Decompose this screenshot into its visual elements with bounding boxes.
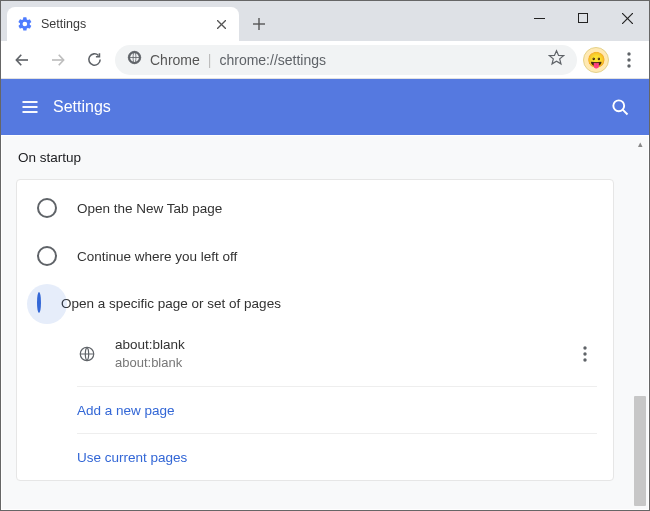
- svg-point-24: [583, 358, 586, 361]
- radio-label: Continue where you left off: [77, 249, 237, 264]
- svg-line-20: [623, 110, 628, 115]
- bookmark-star-icon[interactable]: [548, 49, 565, 70]
- settings-page: On startup Open the New Tab page Continu…: [2, 136, 648, 509]
- svg-marker-12: [549, 51, 563, 64]
- omnibox-text: Chrome | chrome://settings: [150, 52, 326, 68]
- window-controls: [517, 1, 649, 35]
- radio-icon: [37, 198, 57, 218]
- startup-card: Open the New Tab page Continue where you…: [16, 179, 614, 481]
- svg-point-13: [627, 52, 630, 55]
- omnibox-divider: |: [208, 52, 212, 68]
- window-maximize-button[interactable]: [561, 1, 605, 35]
- svg-point-22: [583, 346, 586, 349]
- radio-label: Open a specific page or set of pages: [61, 296, 281, 311]
- svg-point-19: [613, 100, 624, 111]
- settings-search-button[interactable]: [605, 92, 635, 122]
- tab-favicon-settings-icon: [17, 16, 33, 32]
- settings-content: On startup Open the New Tab page Continu…: [2, 136, 632, 509]
- settings-header: Settings: [1, 79, 649, 135]
- browser-menu-button[interactable]: [615, 46, 643, 74]
- scrollbar-thumb[interactable]: [634, 396, 646, 506]
- window-close-button[interactable]: [605, 1, 649, 35]
- svg-point-23: [583, 352, 586, 355]
- site-info-icon[interactable]: [127, 50, 142, 69]
- header-title: Settings: [53, 98, 111, 116]
- startup-page-menu-button[interactable]: [573, 342, 597, 366]
- section-title-on-startup: On startup: [18, 150, 632, 165]
- browser-tab[interactable]: Settings: [7, 7, 239, 41]
- use-current-pages-row[interactable]: Use current pages: [77, 433, 597, 480]
- startup-option-new-tab[interactable]: Open the New Tab page: [17, 184, 613, 232]
- new-tab-button[interactable]: [245, 10, 273, 38]
- startup-page-url: about:blank: [115, 354, 185, 372]
- startup-pages-list: about:blank about:blank Add a new page U…: [77, 326, 597, 480]
- forward-button[interactable]: [43, 45, 73, 75]
- radio-selection-halo: [27, 284, 67, 324]
- startup-page-entry: about:blank about:blank: [77, 326, 597, 382]
- add-new-page-row[interactable]: Add a new page: [77, 386, 597, 433]
- globe-icon: [77, 344, 97, 364]
- scrollbar-arrow-up-icon[interactable]: ▴: [632, 136, 648, 152]
- radio-label: Open the New Tab page: [77, 201, 222, 216]
- startup-page-title: about:blank: [115, 336, 185, 354]
- startup-option-continue[interactable]: Continue where you left off: [17, 232, 613, 280]
- profile-avatar-button[interactable]: 😛: [583, 47, 609, 73]
- omnibox-scheme: Chrome: [150, 52, 200, 68]
- tab-close-button[interactable]: [213, 16, 229, 32]
- address-bar[interactable]: Chrome | chrome://settings: [115, 45, 577, 75]
- startup-option-specific-pages[interactable]: Open a specific page or set of pages: [17, 280, 613, 326]
- svg-point-15: [627, 64, 630, 67]
- omnibox-url: chrome://settings: [219, 52, 326, 68]
- reload-button[interactable]: [79, 45, 109, 75]
- use-current-pages-link: Use current pages: [77, 450, 187, 465]
- browser-toolbar: Chrome | chrome://settings 😛: [1, 41, 649, 79]
- svg-point-14: [627, 58, 630, 61]
- radio-icon: [37, 246, 57, 266]
- hamburger-menu-button[interactable]: [15, 92, 45, 122]
- tab-title: Settings: [41, 17, 205, 31]
- svg-rect-1: [579, 14, 588, 23]
- window-minimize-button[interactable]: [517, 1, 561, 35]
- radio-icon: [37, 292, 41, 313]
- add-new-page-link: Add a new page: [77, 403, 175, 418]
- back-button[interactable]: [7, 45, 37, 75]
- scrollbar[interactable]: ▴: [632, 136, 648, 509]
